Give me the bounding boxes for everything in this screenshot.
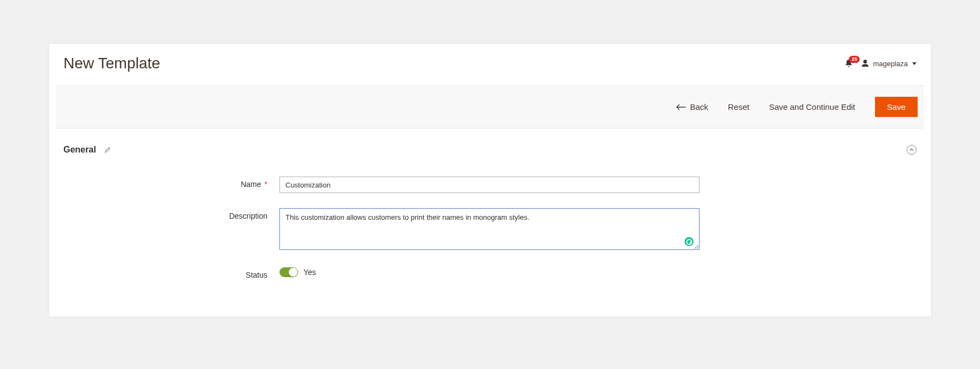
reset-button[interactable]: Reset: [728, 102, 749, 112]
arrow-left-icon: [676, 104, 686, 110]
name-label-text: Name: [241, 180, 261, 189]
description-label: Description: [63, 208, 279, 220]
name-label: Name*: [63, 177, 279, 189]
page-header: New Template 25 mageplaza: [49, 44, 931, 85]
save-button[interactable]: Save: [875, 97, 918, 117]
back-button[interactable]: Back: [676, 102, 708, 112]
user-icon: [861, 59, 870, 68]
required-asterisk: *: [265, 180, 267, 189]
back-button-label: Back: [690, 102, 708, 112]
name-input[interactable]: [279, 177, 699, 193]
status-label-text: Status: [246, 271, 267, 279]
status-toggle[interactable]: [279, 267, 298, 277]
pencil-icon[interactable]: [104, 146, 112, 154]
chevron-up-icon: [909, 148, 914, 152]
chevron-down-icon: [912, 62, 917, 65]
collapse-toggle[interactable]: [907, 145, 917, 155]
page-title: New Template: [63, 55, 160, 72]
status-value-label: Yes: [304, 268, 316, 277]
description-textarea[interactable]: This customization allows customers to p…: [279, 208, 699, 250]
account-menu[interactable]: mageplaza: [861, 59, 917, 68]
notification-badge: 25: [849, 56, 860, 63]
description-row: Description This customization allows cu…: [63, 208, 917, 252]
status-label: Status: [63, 267, 279, 279]
header-right: 25 mageplaza: [844, 59, 917, 68]
admin-card: New Template 25 mageplaza Back Reset Sav…: [49, 44, 931, 317]
section-title: General: [63, 145, 96, 155]
name-row: Name*: [63, 177, 917, 193]
section-header: General: [49, 128, 931, 163]
description-label-text: Description: [229, 212, 267, 220]
status-control: Yes: [279, 267, 699, 277]
form-area: Name* Description This customization all…: [49, 163, 931, 317]
save-continue-button[interactable]: Save and Continue Edit: [769, 102, 855, 112]
status-toggle-row: Yes: [279, 267, 699, 277]
section-title-wrap: General: [63, 145, 112, 155]
name-control: [279, 177, 699, 193]
notifications-button[interactable]: 25: [844, 59, 853, 68]
account-name: mageplaza: [873, 60, 908, 68]
description-control: This customization allows customers to p…: [279, 208, 699, 252]
status-row: Status Yes: [63, 267, 917, 279]
toggle-knob: [289, 268, 298, 277]
action-bar: Back Reset Save and Continue Edit Save: [56, 85, 924, 128]
